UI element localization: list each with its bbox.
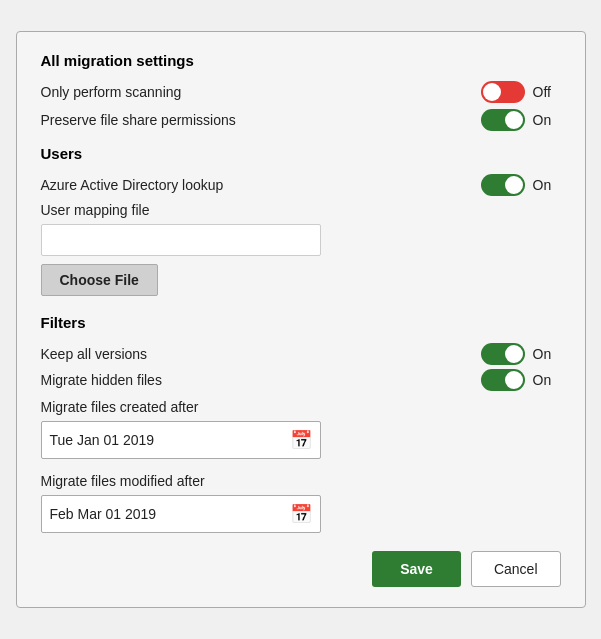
scanning-setting-row: Only perform scanning Off	[41, 81, 561, 103]
filters-section: Keep all versions On Migrate hidden file…	[41, 343, 561, 533]
permissions-label: Preserve file share permissions	[41, 112, 236, 128]
modified-after-calendar-icon[interactable]: 📅	[290, 503, 312, 525]
migration-settings-dialog: All migration settings Only perform scan…	[16, 31, 586, 608]
azure-toggle-knob	[505, 176, 523, 194]
azure-label: Azure Active Directory lookup	[41, 177, 224, 193]
hidden-files-toggle-group: On	[481, 369, 561, 391]
created-after-calendar-icon[interactable]: 📅	[290, 429, 312, 451]
modified-after-label: Migrate files modified after	[41, 473, 561, 489]
save-button[interactable]: Save	[372, 551, 461, 587]
filters-section-title: Filters	[41, 314, 561, 331]
versions-setting-row: Keep all versions On	[41, 343, 561, 365]
hidden-files-state: On	[533, 372, 561, 388]
modified-after-value: Feb Mar 01 2019	[50, 506, 290, 522]
created-after-input-container: Tue Jan 01 2019 📅	[41, 421, 321, 459]
users-section-title: Users	[41, 145, 561, 162]
choose-file-button[interactable]: Choose File	[41, 264, 158, 296]
hidden-files-toggle[interactable]	[481, 369, 525, 391]
azure-toggle-group: On	[481, 174, 561, 196]
hidden-files-toggle-knob	[505, 371, 523, 389]
versions-toggle[interactable]	[481, 343, 525, 365]
permissions-toggle-knob	[505, 111, 523, 129]
permissions-toggle-group: On	[481, 109, 561, 131]
versions-state: On	[533, 346, 561, 362]
azure-setting-row: Azure Active Directory lookup On	[41, 174, 561, 196]
cancel-button[interactable]: Cancel	[471, 551, 561, 587]
mapping-label: User mapping file	[41, 202, 561, 218]
versions-toggle-knob	[505, 345, 523, 363]
scanning-label: Only perform scanning	[41, 84, 182, 100]
permissions-setting-row: Preserve file share permissions On	[41, 109, 561, 131]
users-section: Azure Active Directory lookup On User ma…	[41, 174, 561, 296]
hidden-files-setting-row: Migrate hidden files On	[41, 369, 561, 391]
created-after-value: Tue Jan 01 2019	[50, 432, 290, 448]
versions-toggle-group: On	[481, 343, 561, 365]
scanning-toggle-group: Off	[481, 81, 561, 103]
permissions-toggle[interactable]	[481, 109, 525, 131]
scanning-state: Off	[533, 84, 561, 100]
mapping-file-input[interactable]	[41, 224, 321, 256]
modified-after-input-container: Feb Mar 01 2019 📅	[41, 495, 321, 533]
azure-toggle[interactable]	[481, 174, 525, 196]
footer: Save Cancel	[41, 551, 561, 587]
scanning-toggle-knob	[483, 83, 501, 101]
versions-label: Keep all versions	[41, 346, 148, 362]
created-after-label: Migrate files created after	[41, 399, 561, 415]
all-settings-title: All migration settings	[41, 52, 561, 69]
azure-state: On	[533, 177, 561, 193]
permissions-state: On	[533, 112, 561, 128]
scanning-toggle[interactable]	[481, 81, 525, 103]
hidden-files-label: Migrate hidden files	[41, 372, 162, 388]
